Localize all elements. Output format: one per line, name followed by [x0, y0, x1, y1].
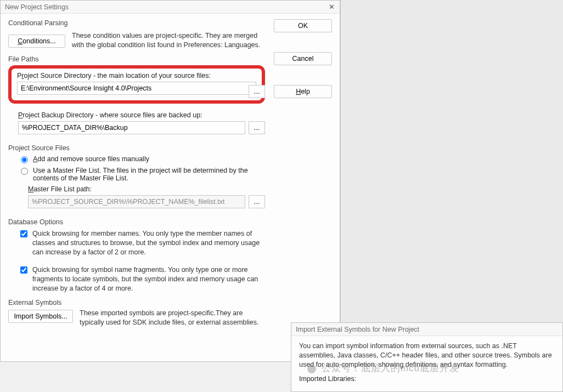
conditions-button[interactable]: Conditions...: [8, 35, 65, 48]
source-dir-label: Project Source Directory - the main loca…: [17, 72, 256, 79]
external-symbols-label: External Symbols: [8, 299, 265, 306]
check-quick-fragments[interactable]: [20, 266, 27, 274]
import-desc: You can import symbol information from e…: [299, 342, 555, 370]
file-paths-label: File Paths: [8, 55, 265, 63]
ok-button[interactable]: OK: [274, 19, 332, 32]
source-dir-browse-button[interactable]: ...: [249, 85, 265, 98]
conditional-parsing-label: Conditional Parsing: [8, 19, 265, 27]
master-path-label: Master File List path:: [28, 185, 265, 193]
cancel-button[interactable]: Cancel: [274, 52, 332, 65]
radio-manual-label: Add and remove source files manually: [33, 155, 149, 163]
help-button[interactable]: Help: [274, 85, 332, 98]
import-symbols-button[interactable]: Import Symbols...: [8, 310, 73, 323]
source-dir-input[interactable]: [17, 82, 256, 95]
master-path-browse-button[interactable]: ...: [249, 195, 265, 208]
radio-manual[interactable]: [21, 156, 28, 163]
close-icon[interactable]: ✕: [326, 2, 336, 12]
imported-libraries-label: Imported Libraries:: [299, 375, 555, 383]
source-files-label: Project Source Files: [8, 144, 265, 152]
import-dialog-title: Import External Symbols for New Project: [296, 326, 419, 333]
radio-master[interactable]: [21, 168, 28, 175]
backup-dir-label: Project Backup Directory - where source …: [18, 111, 265, 119]
conditional-parsing-desc: These condition values are project-speci…: [72, 31, 265, 50]
check-quick-members[interactable]: [20, 230, 27, 237]
dialog-title: New Project Settings: [5, 3, 69, 11]
backup-dir-input[interactable]: [18, 121, 245, 134]
import-symbols-dialog: Import External Symbols for New Project …: [291, 322, 563, 392]
check-quick-members-label: Quick browsing for member names. You onl…: [32, 229, 265, 257]
conditions-button-label: onditions...: [22, 37, 55, 45]
titlebar: New Project Settings ✕: [1, 1, 340, 14]
master-path-input: [28, 195, 245, 208]
new-project-settings-dialog: New Project Settings ✕ Conditional Parsi…: [0, 0, 340, 362]
backup-dir-browse-button[interactable]: ...: [249, 121, 265, 134]
external-symbols-desc: These imported symbols are project-speci…: [80, 309, 265, 327]
db-options-label: Database Options: [8, 218, 265, 226]
import-titlebar: Import External Symbols for New Project: [291, 323, 562, 336]
check-quick-fragments-label: Quick browsing for symbol name fragments…: [32, 265, 265, 293]
radio-master-label: Use a Master File List. The files in the…: [33, 167, 265, 182]
